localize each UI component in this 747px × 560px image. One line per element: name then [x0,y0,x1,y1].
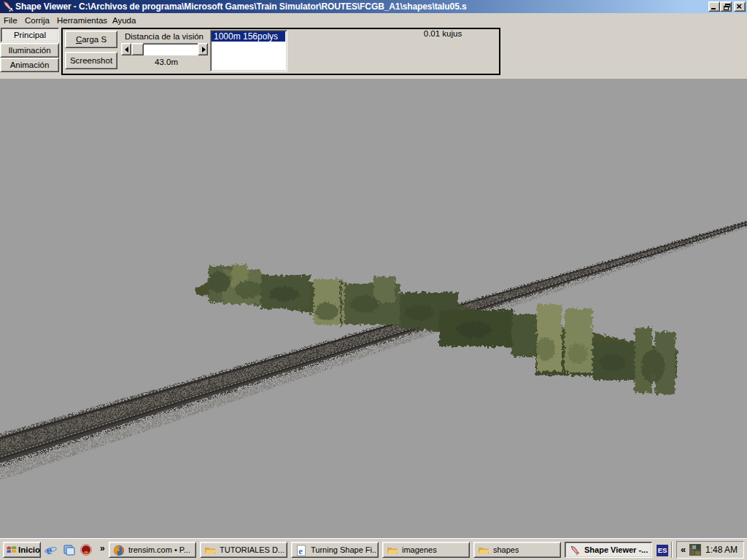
svg-text:e: e [47,544,53,556]
svg-text:e: e [298,546,303,556]
